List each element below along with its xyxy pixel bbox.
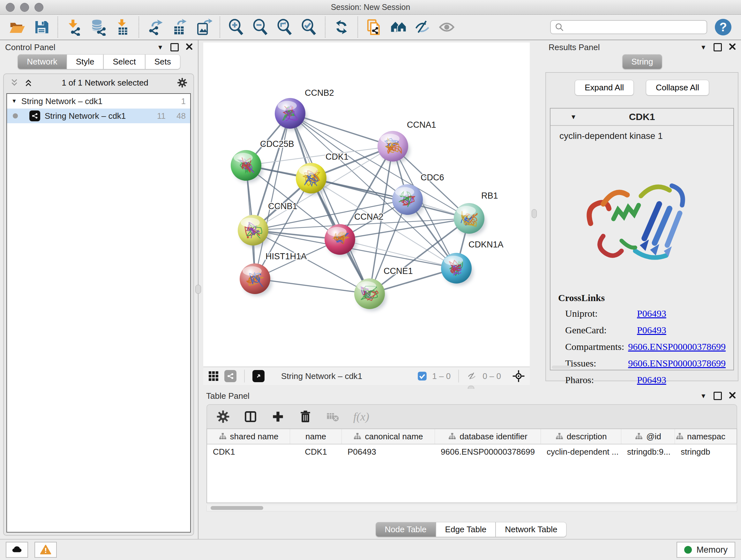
toolbar-separator [458,370,459,382]
scrollbar-thumb[interactable] [211,506,263,510]
search-box[interactable] [550,20,707,34]
column-header[interactable]: shared name [207,429,290,444]
network-edge-CCNA1-CDC25B[interactable] [246,146,393,165]
delete-column-icon[interactable] [298,410,313,424]
tab-sets[interactable]: Sets [145,54,180,69]
network-snapshot-icon[interactable] [364,17,384,37]
collapse-panel-icon[interactable]: ▼ [700,44,706,51]
table-options-gear-icon[interactable] [216,410,230,424]
expand-all-icon[interactable] [23,78,33,87]
column-header[interactable]: @id [621,429,675,444]
tab-network[interactable]: Network [17,54,66,69]
import-table-from-file-icon[interactable] [112,17,133,37]
table-horizontal-scrollbar[interactable] [206,505,737,511]
float-panel-icon[interactable] [714,43,722,51]
network-view-toolbar: String Network – cdk1 1 – 0 0 – 0 [203,367,530,385]
add-column-icon[interactable] [271,410,285,424]
network-edge-CDK1-RB1[interactable] [311,178,469,219]
expand-all-button[interactable]: Expand All [575,80,634,96]
tab-string[interactable]: String [622,54,663,69]
tab-edge-table[interactable]: Edge Table [436,522,496,537]
table-row[interactable]: CDK1 CDK1 P06493 9606.ENSP00000378699 cy… [207,444,737,459]
current-network-indicator [13,113,18,118]
column-header[interactable]: description [541,429,621,444]
network-edge-HIST1H1A-CCNE1[interactable] [255,279,369,294]
tab-select[interactable]: Select [104,54,145,69]
collapse-all-button[interactable]: Collapse All [646,80,709,96]
open-session-icon[interactable] [7,17,27,37]
show-graphics-details-icon[interactable] [436,17,457,37]
export-image-icon[interactable] [193,17,214,37]
close-panel-icon[interactable] [729,391,736,401]
network-node-CCNB1[interactable]: CCNB1 [238,201,297,247]
hide-graphics-details-icon[interactable] [412,17,433,37]
node-table-grid[interactable]: shared name name canonical name database… [206,428,737,503]
memory-button[interactable]: Memory [677,542,735,558]
zoom-fit-content-icon[interactable] [274,17,295,37]
vertical-splitter-handle[interactable] [195,285,201,294]
collapse-entry-icon[interactable]: ▼ [570,113,577,121]
tab-network-table[interactable]: Network Table [495,522,566,537]
export-table-icon[interactable] [169,17,190,37]
vertical-splitter-handle[interactable] [532,209,537,218]
collapse-panel-icon[interactable]: ▼ [157,44,163,51]
zoom-in-icon[interactable] [226,17,246,37]
network-row-selected[interactable]: String Network – cdk1 11 48 [7,109,190,123]
tab-style[interactable]: Style [67,54,104,69]
network-node-CDC25B[interactable]: CDC25B [231,139,294,183]
compartments-link[interactable]: 9606.ENSP00000378699 [628,341,726,352]
help-icon[interactable]: ? [715,19,731,36]
float-panel-icon[interactable] [171,43,179,51]
close-panel-icon[interactable] [729,43,736,52]
tree-expand-icon[interactable]: ▼ [11,98,17,105]
network-graph: CCNB2CCNA1CDC25BCDK1CDC6RB1CCNB1CCNA2CDK… [203,43,530,367]
export-network-icon[interactable] [145,17,165,37]
detach-view-icon[interactable] [253,370,265,382]
table-panel-title: Table Panel [206,391,250,401]
selected-checkbox-icon[interactable] [417,371,427,381]
birds-eye-view-icon[interactable] [512,369,525,383]
float-panel-icon[interactable] [714,392,722,400]
search-input[interactable] [567,22,703,32]
uniprot-link[interactable]: P06493 [637,308,666,319]
gear-icon[interactable] [177,77,188,88]
column-header[interactable]: namespac [675,429,726,444]
collapse-panel-icon[interactable]: ▼ [700,392,706,400]
genecard-link[interactable]: P06493 [637,325,666,335]
zoom-selected-icon[interactable] [299,17,319,37]
network-canvas[interactable]: CCNB2CCNA1CDC25BCDK1CDC6RB1CCNB1CCNA2CDK… [203,43,530,367]
warnings-button[interactable] [35,542,57,558]
show-columns-icon[interactable] [244,410,258,424]
network-node-HIST1H1A[interactable]: HIST1H1A [240,252,307,296]
tissues-link[interactable]: 9606.ENSP00000378699 [628,358,726,369]
tab-node-table[interactable]: Node Table [376,522,436,537]
network-node-CDK1[interactable]: CDK1 [296,152,348,195]
zoom-out-icon[interactable] [250,17,271,37]
import-network-from-database-icon[interactable] [88,17,109,37]
network-node-CCNE1[interactable]: CCNE1 [354,266,413,311]
column-header[interactable]: database identifier [435,429,541,444]
import-network-from-file-icon[interactable] [64,17,84,37]
close-window-button[interactable] [6,3,15,12]
network-view-icon[interactable] [224,370,237,382]
zoom-window-button[interactable] [35,3,44,12]
pharos-link[interactable]: P06493 [637,374,666,385]
column-header[interactable]: name [290,429,342,444]
close-panel-icon[interactable] [186,43,193,52]
network-edge-CCNB2-CCNE1[interactable] [290,113,369,294]
refresh-icon[interactable] [331,17,352,37]
network-node-RB1[interactable]: RB1 [454,191,498,236]
main-toolbar: ? [0,15,741,40]
entry-scrollbar-thumb[interactable] [552,366,571,369]
houses-icon[interactable] [388,17,408,37]
network-collection-row[interactable]: ▼ String Network – cdk1 1 [7,94,190,109]
column-header[interactable]: canonical name [342,429,435,444]
grid-view-icon[interactable] [208,370,219,382]
network-node-CDKN1A[interactable]: CDKN1A [441,240,503,286]
node-label-RB1: RB1 [481,191,498,200]
cloud-status-button[interactable] [6,542,28,558]
minimize-window-button[interactable] [20,3,29,12]
collapse-all-icon[interactable] [10,78,19,87]
network-node-CCNA1[interactable]: CCNA1 [378,120,436,164]
save-session-icon[interactable] [31,17,52,37]
